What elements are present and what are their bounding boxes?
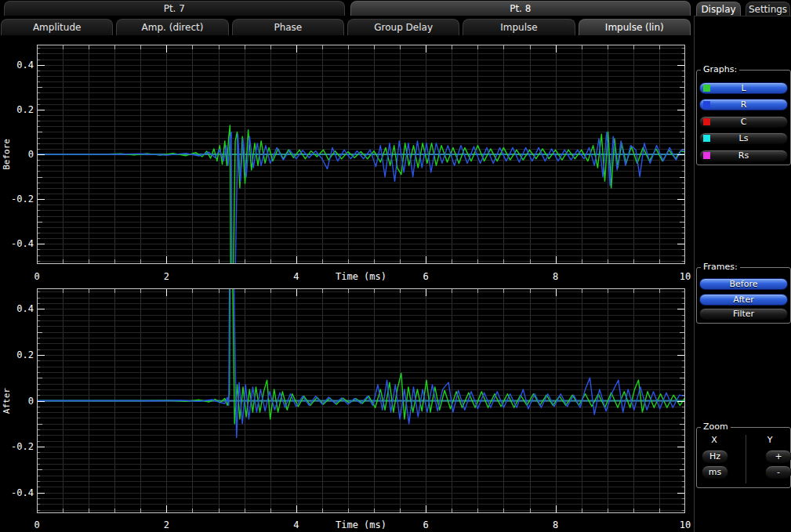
y-axis-frame-label: Before [2, 139, 12, 170]
graph-channel-ls-button[interactable]: Ls [699, 132, 788, 144]
graphs-group-label: Graphs: [701, 64, 739, 75]
channel-color-swatch [703, 101, 710, 108]
frame-label-wrap: Before [2, 45, 12, 264]
tab-display[interactable]: Display [696, 2, 741, 16]
zoom-group: Zoom X Y Hzms+- [696, 427, 791, 488]
x-tick-label: 2 [155, 519, 177, 530]
channel-label: R [741, 100, 747, 110]
graph-channel-r-button[interactable]: R [699, 99, 788, 110]
x-tick-label: 10 [674, 519, 696, 530]
graph-channel-rs-button[interactable]: Rs [699, 150, 788, 161]
zoom-column-separator [746, 435, 746, 483]
x-tick-label: 8 [545, 519, 567, 530]
tab-impulse-lin[interactable]: Impulse (lin) [579, 19, 691, 35]
tab-pt-7[interactable]: Pt. 7 [4, 1, 345, 16]
tab-pt-8[interactable]: Pt. 8 [350, 1, 691, 16]
channel-label: Ls [739, 133, 749, 143]
graph-channel-c-button[interactable]: C [699, 116, 788, 128]
view-tab-bar: AmplitudeAmp. (direct)PhaseGroup DelayIm… [1, 19, 691, 35]
x-tick-label: 4 [285, 519, 307, 530]
tab-group-delay[interactable]: Group Delay [347, 19, 459, 35]
tab-impulse[interactable]: Impulse [463, 19, 575, 35]
zoom-x-ms-button[interactable]: ms [702, 465, 728, 479]
x-tick-label: 8 [545, 271, 567, 282]
x-tick-label: 0 [26, 519, 48, 530]
frame-label-wrap: After [2, 288, 12, 513]
frames-group-label: Frames: [701, 262, 740, 273]
zoom-y-minus-button[interactable]: - [765, 465, 791, 479]
app-window: Pt. 7Pt. 8 DisplaySettings AmplitudeAmp.… [0, 0, 791, 532]
x-tick-label: 4 [285, 271, 307, 282]
x-tick-label: 10 [674, 271, 696, 282]
graph-channel-l-button[interactable]: L [699, 82, 788, 94]
tab-phase[interactable]: Phase [232, 19, 344, 35]
zoom-y-plus-button[interactable]: + [765, 450, 791, 463]
x-tick-label: 2 [155, 271, 177, 282]
tab-amp-direct[interactable]: Amp. (direct) [116, 19, 228, 35]
sidebar-top-divider [695, 16, 791, 16]
zoom-group-label: Zoom [701, 422, 731, 432]
x-tick-label: 0 [26, 271, 48, 282]
channel-color-swatch [703, 85, 710, 92]
channel-label: C [741, 117, 747, 127]
frames-group: Frames: BeforeAfterFilter [696, 267, 791, 324]
after-impulse-plot[interactable] [37, 288, 685, 513]
x-axis-label: Time (ms) [326, 271, 397, 282]
channel-label: Rs [738, 150, 749, 161]
tab-settings[interactable]: Settings [746, 2, 790, 16]
graphs-group: Graphs: LRCLsRs [696, 70, 791, 165]
x-tick-label: 6 [415, 519, 437, 530]
frame-after-button[interactable]: After [699, 294, 788, 306]
channel-color-swatch [703, 135, 710, 142]
zoom-x-header: X [706, 435, 722, 445]
zoom-y-header: Y [762, 435, 778, 445]
tab-amplitude[interactable]: Amplitude [1, 19, 113, 35]
zoom-x-hz-button[interactable]: Hz [702, 450, 728, 463]
y-axis-frame-label: After [2, 388, 12, 414]
x-tick-label: 6 [415, 271, 437, 282]
before-impulse-plot[interactable] [37, 45, 685, 264]
channel-label: L [741, 83, 746, 93]
channel-color-swatch [703, 152, 710, 159]
x-axis-label: Time (ms) [326, 519, 397, 530]
frame-before-button[interactable]: Before [699, 278, 788, 290]
channel-color-swatch [703, 118, 710, 125]
point-tab-bar: Pt. 7Pt. 8 [4, 1, 691, 16]
panel-tab-bar: DisplaySettings [696, 2, 790, 16]
frame-filter-button[interactable]: Filter [699, 308, 788, 320]
